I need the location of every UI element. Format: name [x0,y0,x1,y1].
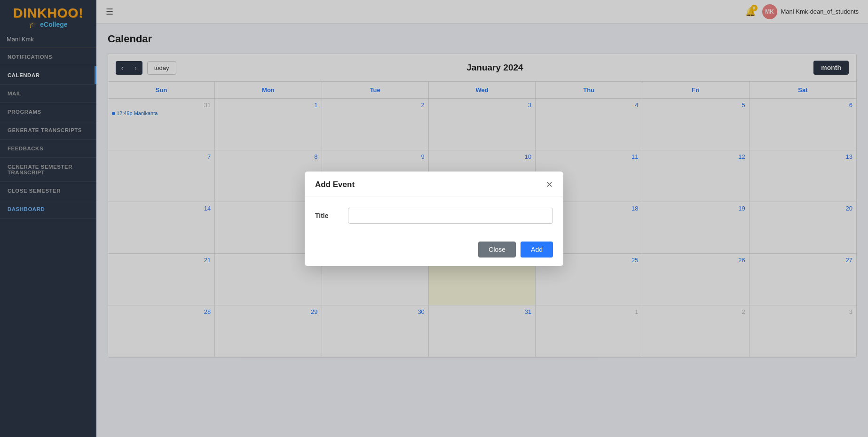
modal-header: Add Event ✕ [305,172,563,196]
title-label: Title [315,212,339,219]
modal-close-icon[interactable]: ✕ [546,180,553,189]
title-input[interactable] [348,208,553,224]
modal-footer: Close Add [305,235,563,266]
modal-body: Title [305,196,563,235]
add-button[interactable]: Add [521,242,553,258]
modal-title: Add Event [315,180,355,189]
close-button[interactable]: Close [478,242,516,258]
title-form-row: Title [315,208,553,224]
add-event-modal: Add Event ✕ Title Close Add [305,172,563,266]
modal-overlay[interactable]: Add Event ✕ Title Close Add [0,0,868,437]
